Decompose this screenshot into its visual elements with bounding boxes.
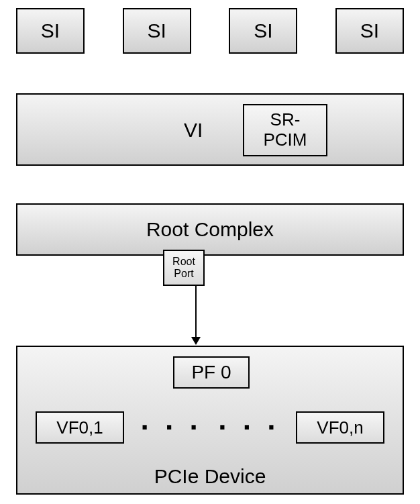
vi-box: VI SR- PCIM <box>16 93 404 166</box>
pf-box: PF 0 <box>173 356 250 389</box>
si-box-3: SI <box>229 8 297 54</box>
arrow-connector <box>195 286 197 340</box>
pcie-device-box: PF 0 VF0,1 · · · · · · VF0,n PCIe Device <box>16 346 404 495</box>
si-box-2: SI <box>123 8 191 54</box>
vf-row: VF0,1 · · · · · · VF0,n <box>36 411 384 444</box>
si-box-1: SI <box>16 8 85 54</box>
vf-box-first: VF0,1 <box>36 411 124 444</box>
si-box-4: SI <box>335 8 404 54</box>
arrow-head-icon <box>191 337 201 345</box>
root-port-box: Root Port <box>163 250 205 286</box>
ellipsis-2: · · · <box>218 413 279 442</box>
root-complex-box: Root Complex <box>16 203 404 256</box>
vi-label: VI <box>184 119 203 142</box>
pcie-device-label: PCIe Device <box>17 465 403 488</box>
si-row: SI SI SI SI <box>16 8 404 54</box>
vf-box-last: VF0,n <box>296 411 384 444</box>
ellipsis-1: · · · <box>141 413 202 442</box>
sr-pcim-box: SR- PCIM <box>243 104 327 156</box>
